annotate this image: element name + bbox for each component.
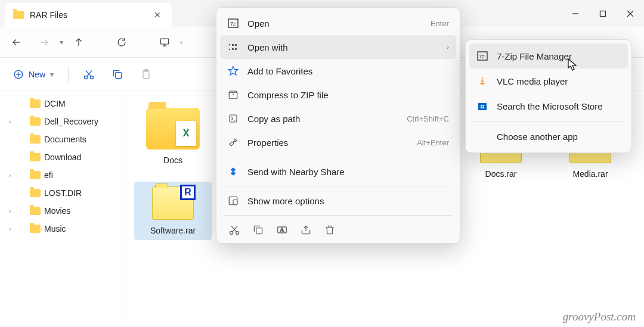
tree-item-dell-recovery[interactable]: ›Dell_Recovery xyxy=(0,113,122,130)
up-button[interactable] xyxy=(67,30,91,54)
cut-icon[interactable] xyxy=(228,224,240,236)
ctx-label: Add to Favorites xyxy=(247,66,312,76)
share-icon[interactable] xyxy=(300,224,312,236)
folder-icon xyxy=(30,225,41,233)
tree-item-movies[interactable]: ›Movies xyxy=(0,202,122,220)
watermark: groovyPost.com xyxy=(563,310,636,323)
delete-icon[interactable] xyxy=(324,224,336,236)
tree-item-music[interactable]: ›Music xyxy=(0,220,122,238)
rename-icon[interactable]: A xyxy=(276,224,288,236)
tab-rar-files[interactable]: RAR Files ✕ xyxy=(5,3,172,27)
ctx-label: Show more options xyxy=(247,196,324,206)
forward-button[interactable] xyxy=(32,30,56,54)
separator xyxy=(473,121,624,122)
ctx-shortcut: Enter xyxy=(431,19,449,28)
back-button[interactable] xyxy=(5,30,29,54)
tree-label: Dell_Recovery xyxy=(44,117,98,126)
folder-icon xyxy=(30,207,41,215)
close-tab-icon[interactable]: ✕ xyxy=(151,8,163,22)
sub-7zip[interactable]: 7z 7-Zip File Manager xyxy=(469,43,628,68)
minimize-button[interactable] xyxy=(562,0,589,27)
tree-label: LOST.DIR xyxy=(44,188,82,198)
svg-line-15 xyxy=(87,70,92,76)
svg-marker-44 xyxy=(480,77,484,85)
sub-vlc[interactable]: VLC media player xyxy=(469,68,628,94)
svg-rect-46 xyxy=(481,82,485,83)
close-button[interactable] xyxy=(617,0,644,27)
open-with-submenu: 7z 7-Zip File Manager VLC media player S… xyxy=(465,39,632,153)
ctx-label: Open with xyxy=(247,42,288,52)
tree-item-documents[interactable]: Documents xyxy=(0,130,122,148)
file-software-rar[interactable]: R Software.rar xyxy=(134,182,212,240)
folder-icon xyxy=(30,153,41,161)
separator xyxy=(224,186,453,186)
ctx-nearby-share[interactable]: Send with Nearby Share xyxy=(220,160,456,183)
ctx-label: Compress to ZIP file xyxy=(247,90,329,100)
history-dropdown-icon[interactable]: ▾ xyxy=(60,38,63,46)
copy-button[interactable] xyxy=(106,63,129,86)
paste-button[interactable] xyxy=(134,63,158,86)
sub-choose-another[interactable]: Choose another app xyxy=(469,124,628,149)
svg-point-23 xyxy=(229,49,231,51)
svg-rect-38 xyxy=(256,228,262,234)
blank-icon xyxy=(476,130,488,142)
separator xyxy=(68,66,69,83)
ctx-shortcut: Ctrl+Shift+C xyxy=(407,114,449,123)
tree-label: DCIM xyxy=(44,99,66,108)
breadcrumb-chevron-icon[interactable]: › xyxy=(180,38,182,46)
wrench-icon xyxy=(227,136,239,148)
sub-label: 7-Zip File Manager xyxy=(497,51,572,61)
ctx-open-with[interactable]: Open with › xyxy=(220,35,456,59)
vlc-icon xyxy=(476,75,488,87)
svg-rect-25 xyxy=(235,44,237,46)
open-with-icon xyxy=(227,41,239,53)
tree-item-lost-dir[interactable]: LOST.DIR xyxy=(0,184,122,202)
ctx-copy-path[interactable]: Copy as path Ctrl+Shift+C xyxy=(220,107,456,130)
maximize-button[interactable] xyxy=(589,0,617,27)
tree-item-download[interactable]: Download xyxy=(0,148,122,166)
refresh-button[interactable] xyxy=(110,30,134,54)
ctx-open[interactable]: 7z Open Enter xyxy=(220,11,456,35)
tree-label: Music xyxy=(44,224,66,233)
ctx-shortcut: Alt+Enter xyxy=(417,138,449,147)
ctx-compress[interactable]: Compress to ZIP file xyxy=(220,83,456,107)
plus-circle-icon xyxy=(13,69,24,80)
folder-icon xyxy=(13,11,24,19)
ctx-properties[interactable]: Properties Alt+Enter xyxy=(220,130,456,154)
sub-label: Search the Microsoft Store xyxy=(497,101,603,111)
file-label: Docs xyxy=(163,155,182,165)
tree-label: Movies xyxy=(44,206,70,216)
svg-rect-24 xyxy=(232,44,234,46)
svg-text:7z: 7z xyxy=(230,21,236,27)
this-pc-icon[interactable] xyxy=(153,30,177,54)
folder-icon xyxy=(30,189,41,197)
ctx-label: Copy as path xyxy=(247,114,300,124)
copy-path-icon xyxy=(227,113,239,124)
svg-rect-17 xyxy=(116,72,122,78)
file-label: Docs.rar xyxy=(485,169,517,179)
tree-item-dcim[interactable]: DCIM xyxy=(0,95,122,113)
tree-item-efi[interactable]: ›efi xyxy=(0,166,122,184)
ctx-label: Open xyxy=(247,18,270,29)
ctx-label: Send with Nearby Share xyxy=(247,167,345,177)
folder-docs[interactable]: X Docs xyxy=(134,103,212,170)
ctx-favorites[interactable]: Add to Favorites xyxy=(220,59,456,83)
seven-zip-icon: 7z xyxy=(476,50,488,62)
cut-button[interactable] xyxy=(77,63,101,86)
svg-rect-48 xyxy=(481,105,482,107)
ctx-more-options[interactable]: Show more options xyxy=(220,189,456,213)
svg-rect-33 xyxy=(233,200,237,205)
copy-icon[interactable] xyxy=(252,224,264,236)
context-menu: 7z Open Enter Open with › Add to Favorit… xyxy=(216,7,460,244)
sub-store[interactable]: Search the Microsoft Store xyxy=(469,94,628,119)
nav-tree[interactable]: DCIM ›Dell_Recovery Documents Download ›… xyxy=(0,91,122,327)
tree-label: Download xyxy=(44,152,81,162)
svg-point-22 xyxy=(229,44,231,46)
new-button[interactable]: New ▾ xyxy=(7,66,60,83)
zip-icon xyxy=(227,89,239,101)
svg-line-36 xyxy=(233,226,237,232)
svg-rect-1 xyxy=(600,11,606,16)
tab-title: RAR Files xyxy=(30,10,67,20)
sub-label: VLC media player xyxy=(497,76,568,86)
window-controls xyxy=(562,0,644,27)
